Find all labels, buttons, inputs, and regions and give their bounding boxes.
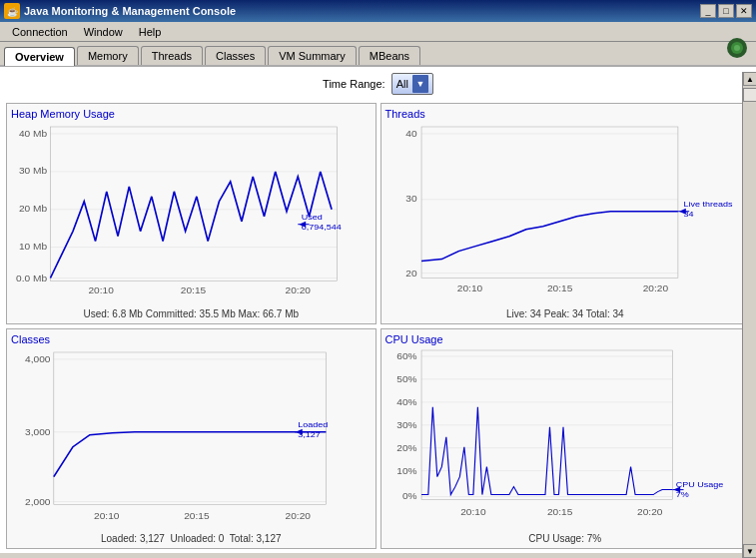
title-bar: ☕ Java Monitoring & Management Console _… — [0, 0, 756, 22]
svg-text:30 Mb: 30 Mb — [19, 165, 47, 175]
threads-panel: Threads 40 30 20 Live threads 34 — [380, 103, 751, 324]
svg-rect-29 — [421, 127, 678, 279]
svg-text:40%: 40% — [396, 396, 417, 406]
svg-text:10 Mb: 10 Mb — [19, 241, 47, 251]
classes-chart-footer: Loaded: 3,127 Unloaded: 0 Total: 3,127 — [11, 533, 372, 544]
svg-text:2,000: 2,000 — [25, 496, 50, 506]
svg-text:6,794,544: 6,794,544 — [302, 222, 342, 231]
svg-text:4,000: 4,000 — [25, 353, 50, 363]
svg-text:0.0 Mb: 0.0 Mb — [16, 273, 47, 282]
svg-text:20:15: 20:15 — [546, 282, 571, 292]
content-area: Time Range: All ▼ Heap Memory Usage 40 M… — [0, 67, 756, 553]
scroll-up-button[interactable]: ▲ — [743, 72, 756, 86]
svg-text:20:20: 20:20 — [286, 510, 311, 520]
cpu-chart-footer: CPU Usage: 7% — [385, 533, 746, 544]
svg-text:20:20: 20:20 — [642, 282, 667, 292]
maximize-button[interactable]: □ — [718, 4, 734, 18]
svg-text:40 Mb: 40 Mb — [19, 129, 47, 139]
tab-overview[interactable]: Overview — [4, 47, 75, 66]
tab-classes[interactable]: Classes — [205, 46, 266, 65]
menu-connection[interactable]: Connection — [4, 24, 76, 40]
toolbar: Time Range: All ▼ — [6, 73, 750, 95]
svg-text:20:15: 20:15 — [181, 284, 206, 294]
svg-text:CPU Usage: CPU Usage — [675, 479, 723, 488]
svg-text:Loaded: Loaded — [298, 419, 328, 428]
scroll-down-button[interactable]: ▼ — [743, 544, 756, 558]
time-range-label: Time Range: — [323, 78, 385, 90]
svg-text:30: 30 — [405, 193, 416, 203]
window-title: Java Monitoring & Management Console — [24, 5, 236, 17]
tabs-row: Overview Memory Threads Classes VM Summa… — [0, 42, 756, 67]
svg-text:30%: 30% — [396, 419, 417, 429]
svg-text:20:10: 20:10 — [460, 506, 485, 516]
app-icon: ☕ — [4, 3, 20, 19]
svg-text:0%: 0% — [401, 490, 416, 500]
cpu-chart: 60% 50% 40% 30% 20% 10% 0% — [385, 347, 746, 527]
threads-chart: 40 30 20 Live threads 34 20:10 20:15 — [385, 122, 746, 301]
minimize-button[interactable]: _ — [700, 4, 716, 18]
svg-text:Used: Used — [302, 212, 323, 221]
threads-chart-footer: Live: 34 Peak: 34 Total: 34 — [385, 308, 746, 319]
svg-text:20:10: 20:10 — [88, 284, 113, 294]
svg-text:20%: 20% — [396, 442, 417, 452]
svg-text:20:20: 20:20 — [286, 284, 311, 294]
time-range-select[interactable]: All ▼ — [391, 73, 433, 95]
menu-help[interactable]: Help — [131, 24, 170, 40]
tab-memory[interactable]: Memory — [77, 46, 139, 65]
heap-chart: 40 Mb 30 Mb 20 Mb 10 Mb 0.0 Mb Used 6,79… — [11, 122, 372, 301]
svg-text:20:10: 20:10 — [456, 282, 481, 292]
svg-marker-33 — [679, 209, 686, 215]
svg-text:20:20: 20:20 — [637, 506, 662, 516]
classes-chart: 4,000 3,000 2,000 Loaded 3,127 20:10 20:… — [11, 347, 372, 527]
cpu-panel: CPU Usage 60% 50% 40% 30% 20% 10% 0% — [380, 328, 751, 550]
threads-chart-title: Threads — [385, 108, 746, 120]
menu-window[interactable]: Window — [76, 24, 131, 40]
close-button[interactable]: ✕ — [736, 4, 752, 18]
svg-rect-43 — [54, 351, 327, 504]
dropdown-arrow-icon: ▼ — [412, 75, 428, 93]
tab-vm-summary[interactable]: VM Summary — [268, 46, 357, 65]
menu-bar: Connection Window Help — [0, 22, 756, 42]
heap-chart-footer: Used: 6.8 Mb Committed: 35.5 Mb Max: 66.… — [11, 308, 372, 319]
tab-threads[interactable]: Threads — [141, 46, 203, 65]
scroll-thumb[interactable] — [743, 88, 756, 102]
heap-chart-title: Heap Memory Usage — [11, 108, 372, 120]
svg-text:Live threads: Live threads — [683, 199, 732, 208]
charts-grid: Heap Memory Usage 40 Mb 30 Mb 20 Mb 10 M… — [6, 103, 750, 549]
svg-text:20:15: 20:15 — [546, 506, 571, 516]
time-range-value: All — [396, 78, 408, 90]
svg-text:20:10: 20:10 — [94, 510, 119, 520]
svg-text:40: 40 — [405, 129, 416, 139]
connection-icon — [726, 37, 748, 61]
classes-panel: Classes 4,000 3,000 2,000 Loaded 3,127 — [6, 328, 377, 550]
svg-text:60%: 60% — [396, 350, 417, 360]
svg-text:10%: 10% — [396, 465, 417, 475]
svg-point-4 — [734, 45, 740, 51]
heap-memory-panel: Heap Memory Usage 40 Mb 30 Mb 20 Mb 10 M… — [6, 103, 377, 324]
scrollbar[interactable]: ▲ ▼ — [742, 72, 756, 558]
window-controls[interactable]: _ □ ✕ — [700, 4, 752, 18]
tab-mbeans[interactable]: MBeans — [359, 46, 420, 65]
svg-text:20:15: 20:15 — [184, 510, 209, 520]
cpu-chart-title: CPU Usage — [385, 333, 746, 345]
svg-text:3,000: 3,000 — [25, 426, 50, 436]
svg-text:20: 20 — [405, 268, 416, 278]
svg-text:☕: ☕ — [7, 6, 19, 18]
svg-text:50%: 50% — [396, 373, 417, 383]
svg-text:20 Mb: 20 Mb — [19, 203, 47, 213]
classes-chart-title: Classes — [11, 333, 372, 345]
